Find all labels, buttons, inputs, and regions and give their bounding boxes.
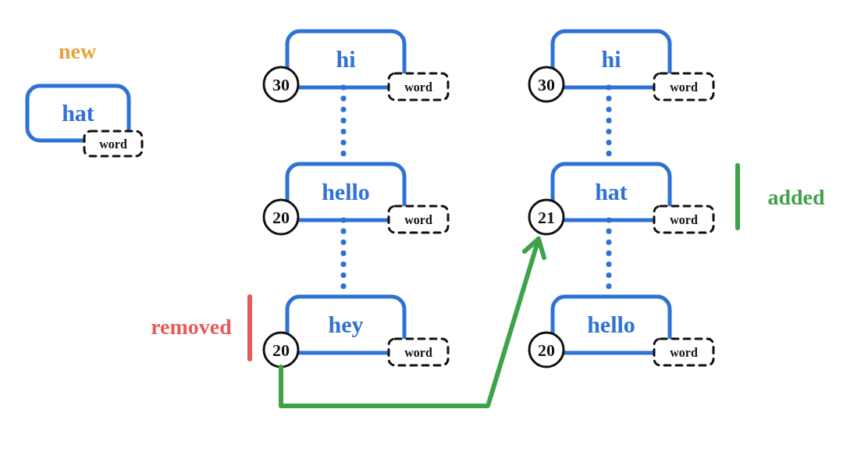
right-node-0: hi 30 word: [529, 31, 713, 101]
right-node-0-badge-num: 30: [538, 75, 555, 94]
left-node-0: hi 30 word: [264, 31, 448, 101]
left-node-2-label: hey: [329, 311, 364, 337]
right-node-1: hat 21 word: [529, 164, 713, 234]
right-node-2-badge-num: 20: [538, 340, 555, 360]
left-node-1-label: hello: [322, 179, 370, 205]
left-node-0-tag: word: [404, 80, 432, 94]
left-node-0-label: hi: [336, 46, 355, 72]
transition-arrow: [281, 239, 544, 406]
new-node: hat word: [27, 86, 142, 156]
right-node-0-tag: word: [670, 80, 698, 94]
new-node-tag: word: [99, 137, 127, 151]
left-node-0-badge-num: 30: [272, 75, 290, 94]
right-node-0-label: hi: [601, 46, 621, 72]
right-node-1-label: hat: [595, 179, 628, 205]
left-node-1-badge-num: 20: [272, 208, 290, 227]
right-node-2-tag: word: [670, 346, 698, 359]
left-node-2-badge-num: 20: [272, 340, 290, 360]
annotation-new: new: [59, 39, 97, 63]
right-node-2: hello 20 word: [529, 297, 713, 367]
right-node-1-tag: word: [670, 213, 698, 226]
right-node-2-label: hello: [587, 311, 635, 337]
left-node-1-tag: word: [404, 213, 432, 226]
left-node-1: hello 20 word: [264, 164, 448, 234]
left-node-2-tag: word: [404, 346, 432, 359]
left-node-2: hey 20 word: [264, 297, 448, 367]
annotation-added: added: [767, 185, 825, 209]
annotation-removed: removed: [151, 315, 232, 339]
diagram-canvas: new hat word hi 30 word hello 20 word he…: [0, 0, 868, 459]
right-node-1-badge-num: 21: [538, 208, 555, 227]
new-node-label: hat: [62, 100, 94, 126]
